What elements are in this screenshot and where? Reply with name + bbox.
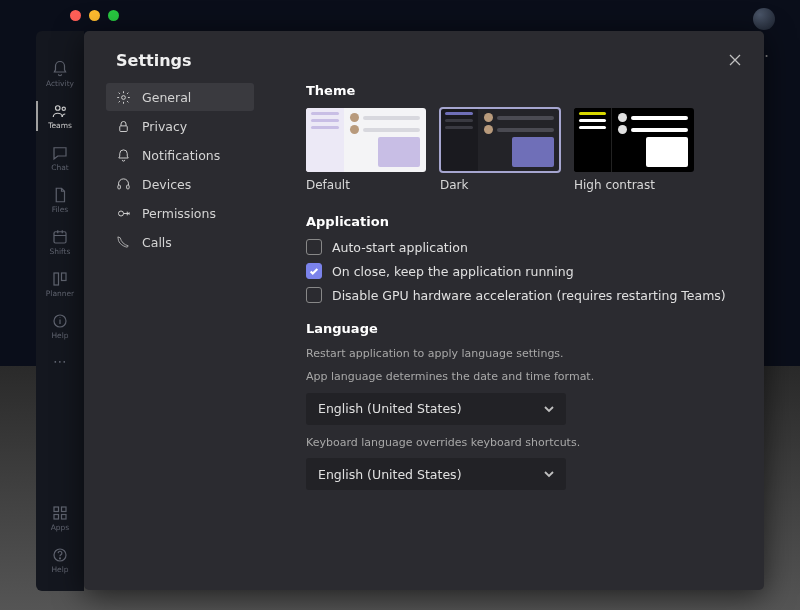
- keyboard-language-note: Keyboard language overrides keyboard sho…: [306, 435, 740, 450]
- svg-point-16: [119, 211, 124, 216]
- help-circle-icon: [51, 546, 69, 564]
- rail-more-icon[interactable]: ⋯: [53, 353, 67, 369]
- nav-label: General: [142, 90, 191, 105]
- svg-rect-6: [54, 507, 59, 512]
- select-value: English (United States): [318, 401, 462, 416]
- bell-icon: [116, 148, 131, 163]
- nav-general[interactable]: General: [106, 83, 254, 111]
- rail-label: Chat: [51, 163, 69, 172]
- rail-label: Files: [52, 205, 68, 214]
- checkbox[interactable]: [306, 287, 322, 303]
- rail-label: Planner: [46, 289, 74, 298]
- close-icon: [729, 54, 741, 66]
- nav-label: Calls: [142, 235, 172, 250]
- file-icon: [51, 186, 69, 204]
- settings-pane: Theme Default: [254, 83, 764, 588]
- rail-label: Teams: [48, 121, 72, 130]
- headset-icon: [116, 177, 131, 192]
- mac-window-controls: [70, 10, 119, 21]
- apps-grid-icon: [51, 504, 69, 522]
- rail-label: Help: [51, 331, 68, 340]
- settings-window: Settings General Privacy Notifications: [84, 31, 764, 590]
- nav-calls[interactable]: Calls: [106, 228, 254, 256]
- lock-icon: [116, 119, 131, 134]
- mac-close-dot[interactable]: [70, 10, 81, 21]
- svg-point-0: [56, 106, 61, 111]
- rail-item-shifts[interactable]: Shifts: [36, 221, 84, 263]
- option-keep-running[interactable]: On close, keep the application running: [306, 263, 740, 279]
- info-circle-icon: [51, 312, 69, 330]
- settings-nav: General Privacy Notifications Devices Pe…: [84, 83, 254, 588]
- application-heading: Application: [306, 214, 740, 229]
- rail-item-chat[interactable]: Chat: [36, 137, 84, 179]
- bell-icon: [51, 60, 69, 78]
- svg-rect-15: [127, 185, 130, 189]
- gear-icon: [116, 90, 131, 105]
- theme-heading: Theme: [306, 83, 740, 98]
- theme-label: High contrast: [574, 178, 694, 192]
- svg-rect-3: [54, 273, 59, 285]
- checkbox[interactable]: [306, 239, 322, 255]
- nav-label: Notifications: [142, 148, 220, 163]
- phone-icon: [116, 235, 131, 250]
- theme-options: Default Dark: [306, 108, 740, 192]
- option-autostart[interactable]: Auto-start application: [306, 239, 740, 255]
- svg-point-12: [122, 95, 126, 99]
- permissions-icon: [116, 206, 131, 221]
- checkbox[interactable]: [306, 263, 322, 279]
- nav-devices[interactable]: Devices: [106, 170, 254, 198]
- select-value: English (United States): [318, 467, 462, 482]
- rail-item-help[interactable]: Help: [36, 305, 84, 347]
- svg-rect-2: [54, 232, 66, 243]
- rail-item-planner[interactable]: Planner: [36, 263, 84, 305]
- theme-option-dark[interactable]: Dark: [440, 108, 560, 192]
- rail-label: Shifts: [50, 247, 71, 256]
- rail-label: Help: [51, 565, 68, 574]
- app-language-note: App language determines the date and tim…: [306, 369, 740, 384]
- rail-item-activity[interactable]: Activity: [36, 53, 84, 95]
- svg-point-1: [62, 107, 65, 110]
- svg-rect-7: [62, 507, 67, 512]
- theme-label: Default: [306, 178, 426, 192]
- app-language-select[interactable]: English (United States): [306, 393, 566, 425]
- app-shell: ... Activity Teams Chat Files Shifts Pla…: [0, 0, 800, 610]
- nav-notifications[interactable]: Notifications: [106, 141, 254, 169]
- nav-label: Permissions: [142, 206, 216, 221]
- svg-rect-4: [62, 273, 67, 281]
- app-rail: Activity Teams Chat Files Shifts Planner…: [36, 31, 84, 591]
- theme-option-high-contrast[interactable]: High contrast: [574, 108, 694, 192]
- language-restart-note: Restart application to apply language se…: [306, 346, 740, 361]
- mac-minimize-dot[interactable]: [89, 10, 100, 21]
- option-label: Auto-start application: [332, 240, 468, 255]
- rail-label: Activity: [46, 79, 74, 88]
- option-label: On close, keep the application running: [332, 264, 574, 279]
- nav-privacy[interactable]: Privacy: [106, 112, 254, 140]
- language-heading: Language: [306, 321, 740, 336]
- nav-permissions[interactable]: Permissions: [106, 199, 254, 227]
- board-icon: [51, 270, 69, 288]
- theme-option-default[interactable]: Default: [306, 108, 426, 192]
- settings-header: Settings: [84, 49, 764, 83]
- nav-label: Devices: [142, 177, 191, 192]
- svg-rect-8: [54, 515, 59, 520]
- rail-item-files[interactable]: Files: [36, 179, 84, 221]
- rail-item-teams[interactable]: Teams: [36, 95, 84, 137]
- people-icon: [51, 102, 69, 120]
- option-label: Disable GPU hardware acceleration (requi…: [332, 288, 726, 303]
- close-button[interactable]: [724, 49, 746, 71]
- mac-zoom-dot[interactable]: [108, 10, 119, 21]
- chevron-down-icon: [542, 402, 556, 416]
- svg-rect-14: [118, 185, 121, 189]
- rail-item-apps[interactable]: Apps: [36, 497, 84, 539]
- avatar[interactable]: [753, 8, 775, 30]
- option-disable-gpu[interactable]: Disable GPU hardware acceleration (requi…: [306, 287, 740, 303]
- rail-label: Apps: [51, 523, 70, 532]
- keyboard-language-select[interactable]: English (United States): [306, 458, 566, 490]
- theme-label: Dark: [440, 178, 560, 192]
- svg-point-11: [60, 558, 61, 559]
- nav-label: Privacy: [142, 119, 187, 134]
- rail-item-help-bottom[interactable]: Help: [36, 539, 84, 581]
- chat-icon: [51, 144, 69, 162]
- chevron-down-icon: [542, 467, 556, 481]
- svg-rect-9: [62, 515, 67, 520]
